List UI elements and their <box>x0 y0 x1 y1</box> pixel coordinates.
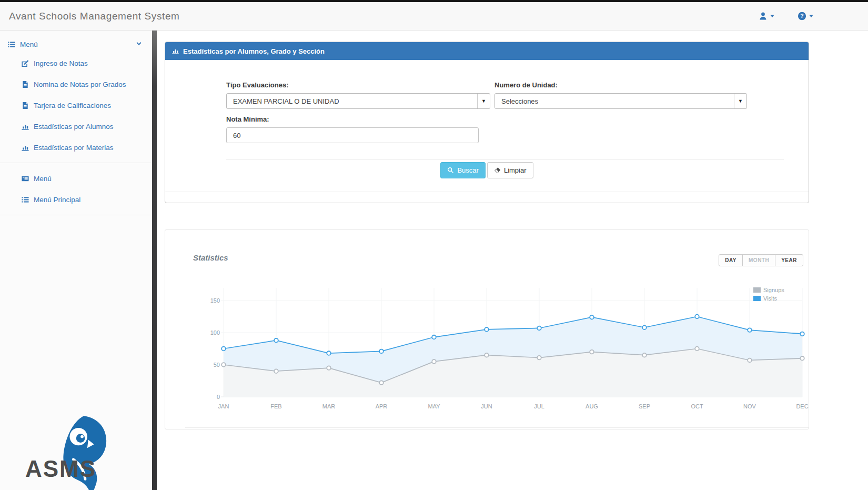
bar-chart-icon <box>21 123 29 131</box>
sidebar-item-menu[interactable]: Menú <box>0 168 152 189</box>
sidebar-item-label: Tarjera de Calificaciones <box>34 102 111 109</box>
month-button[interactable]: MONTH <box>742 254 775 266</box>
svg-text:150: 150 <box>210 297 220 304</box>
form-divider <box>226 159 784 159</box>
svg-text:JUL: JUL <box>534 403 544 409</box>
sidebar-item-estadisticas-por-alumnos[interactable]: Estadísticas por Alumnos <box>0 116 152 137</box>
statistics-panel: Statistics DAY MONTH YEAR 050100150JANFE… <box>165 229 809 429</box>
app-title: Avant Schools Management System <box>9 11 180 22</box>
sidebar-section-divider <box>0 163 152 163</box>
bar-chart-icon <box>21 144 29 152</box>
svg-text:100: 100 <box>210 329 220 336</box>
period-toggle-group: DAY MONTH YEAR <box>719 254 803 266</box>
list-icon <box>21 196 29 204</box>
top-navbar: Avant Schools Management System ? <box>0 2 868 31</box>
svg-text:?: ? <box>800 13 803 19</box>
select-arrow-icon: ▼ <box>477 94 490 108</box>
limpiar-button-label: Limpiar <box>504 166 527 174</box>
panel-title: Estadísticas por Alumnos, Grado y Secció… <box>183 47 325 55</box>
asms-logo: ASMS <box>24 414 119 490</box>
tipo-evaluaciones-label: Típo Evaluaciones: <box>226 81 490 89</box>
svg-text:OCT: OCT <box>691 403 703 409</box>
buscar-button-label: Buscar <box>457 166 478 174</box>
sidebar-item-label: Menú <box>20 41 38 48</box>
sidebar-item-label: Ingreso de Notas <box>34 59 88 67</box>
window-top-edge <box>0 0 868 2</box>
eraser-icon <box>494 167 501 174</box>
year-button[interactable]: YEAR <box>775 254 803 266</box>
nota-minima-input[interactable] <box>226 127 479 143</box>
list-alt-icon <box>21 175 29 183</box>
tipo-evaluaciones-select[interactable]: EXAMEN PARCIAL O DE UNIDAD ▼ <box>226 93 490 109</box>
numero-unidad-value: Selecciones <box>495 97 734 105</box>
svg-text:MAR: MAR <box>322 403 336 409</box>
svg-text:Visits: Visits <box>763 295 778 302</box>
svg-text:SEP: SEP <box>639 403 650 409</box>
logo-text: ASMS <box>25 456 96 482</box>
sidebar-divider-bar <box>152 31 157 490</box>
tipo-evaluaciones-value: EXAMEN PARCIAL O DE UNIDAD <box>227 97 477 105</box>
svg-text:JAN: JAN <box>218 403 229 409</box>
chart-title: Statistics <box>193 253 228 262</box>
svg-text:FEB: FEB <box>270 403 281 409</box>
sidebar: MenúIngreso de NotasNomina de Notas por … <box>0 31 152 490</box>
svg-text:Signups: Signups <box>763 287 784 293</box>
filter-panel: Estadísticas por Alumnos, Grado y Secció… <box>165 42 809 203</box>
svg-text:AUG: AUG <box>586 403 598 409</box>
sidebar-item-ingreso-de-notas[interactable]: Ingreso de Notas <box>0 53 152 74</box>
svg-text:50: 50 <box>214 362 220 368</box>
chevron-down-icon <box>809 15 813 17</box>
sidebar-item-label: Nomina de Notas por Grados <box>34 81 126 88</box>
sidebar-item-label: Menú <box>34 175 52 183</box>
numero-unidad-label: Numero de Unidad: <box>494 81 747 89</box>
sidebar-item-tarjera-de-calificaciones[interactable]: Tarjera de Calificaciones <box>0 95 152 116</box>
file-icon <box>21 81 29 88</box>
user-menu[interactable] <box>759 12 774 21</box>
svg-text:JUN: JUN <box>481 403 492 409</box>
chart-panel-divider <box>185 427 809 428</box>
day-button[interactable]: DAY <box>719 254 743 266</box>
svg-text:APR: APR <box>376 403 388 409</box>
svg-text:DEC: DEC <box>796 403 808 409</box>
sidebar-section-divider <box>0 215 152 215</box>
sidebar-item-estadisticas-por-materias[interactable]: Estadísticas por Materias <box>0 137 152 158</box>
help-menu[interactable]: ? <box>798 12 813 21</box>
edit-icon <box>21 59 29 67</box>
numero-unidad-select[interactable]: Selecciones ▼ <box>494 93 747 109</box>
svg-text:NOV: NOV <box>743 403 756 409</box>
chevron-down-icon[interactable] <box>135 41 143 47</box>
chevron-down-icon <box>770 15 774 17</box>
limpiar-button[interactable]: Limpiar <box>487 162 533 178</box>
nota-minima-label: Nota Mínima: <box>226 115 490 123</box>
list-icon <box>7 41 16 48</box>
sidebar-item-nomina-de-notas-por-grados[interactable]: Nomina de Notas por Grados <box>0 74 152 95</box>
statistics-chart: 050100150JANFEBMARAPRMAYJUNJULAUGSEPOCTN… <box>200 280 810 413</box>
select-arrow-icon: ▼ <box>734 94 746 108</box>
bar-chart-icon <box>171 47 179 55</box>
sidebar-item-menu-principal[interactable]: Menú Principal <box>0 189 152 210</box>
search-icon <box>447 167 454 174</box>
filter-panel-header: Estadísticas por Alumnos, Grado y Secció… <box>165 42 809 60</box>
svg-text:MAY: MAY <box>428 403 440 409</box>
sidebar-item-label: Estadísticas por Alumnos <box>34 123 114 131</box>
sidebar-item-menu[interactable]: Menú <box>0 36 152 53</box>
svg-text:0: 0 <box>217 394 220 400</box>
sidebar-item-label: Menú Principal <box>34 196 80 204</box>
question-icon: ? <box>798 12 806 21</box>
main-content: Estadísticas por Alumnos, Grado y Secció… <box>157 31 868 490</box>
user-icon <box>759 12 768 21</box>
file-icon <box>21 102 29 109</box>
buscar-button[interactable]: Buscar <box>440 162 485 178</box>
sidebar-item-label: Estadísticas por Materias <box>34 144 114 152</box>
